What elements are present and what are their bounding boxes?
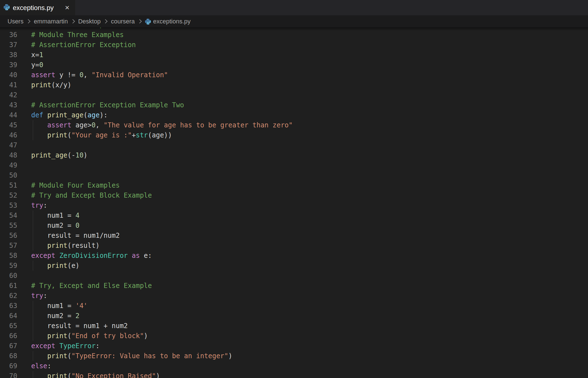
line-number: 48 [0,150,17,160]
code-line[interactable]: 49 [0,160,588,170]
line-number: 44 [0,110,17,120]
line-content: # Module Four Examples [17,180,588,190]
line-number: 63 [0,301,17,311]
code-line[interactable]: 58except ZeroDivisionError as e: [0,251,588,261]
line-number: 47 [0,140,17,150]
line-number: 37 [0,40,17,50]
line-content: result = num1 + num2 [17,321,588,331]
line-number: 40 [0,70,17,80]
line-content: num2 = 0 [17,220,588,231]
code-line[interactable]: 37# AssertionError Exception [0,40,588,50]
line-number: 53 [0,200,17,210]
breadcrumb-item-desktop[interactable]: Desktop [78,18,101,25]
chevron-right-icon [70,19,75,24]
code-line[interactable]: 44def print_age(age): [0,110,588,120]
code-line[interactable]: 40assert y != 0, "Invalid Operation" [0,70,588,80]
line-number: 41 [0,80,17,90]
indent-guide [33,261,33,271]
indent-guide [33,311,33,321]
line-content: print(result) [17,241,588,251]
breadcrumb-item-emmamartin[interactable]: emmamartin [34,18,68,25]
line-content [17,90,588,100]
editor[interactable]: 35# Module Two Examples36# Module Three … [0,27,588,378]
line-content: num1 = 4 [17,210,588,220]
line-content [17,170,588,180]
line-content: # Module Two Examples [17,27,588,30]
line-number: 62 [0,291,17,301]
code-line[interactable]: 41print(x/y) [0,80,588,90]
code-line[interactable]: 50 [0,170,588,180]
line-content: assert y != 0, "Invalid Operation" [17,70,588,80]
line-content: # AssertionError Exception [17,40,588,50]
chevron-right-icon [26,19,31,24]
code-line[interactable]: 36# Module Three Examples [0,30,588,40]
line-content: except ZeroDivisionError as e: [17,251,588,261]
code-line[interactable]: 51# Module Four Examples [0,180,588,190]
code-line[interactable]: 56 result = num1/num2 [0,231,588,241]
code-line[interactable]: 70 print("No Exception Raised") [0,371,588,378]
indent-guide [33,301,33,311]
code-line[interactable]: 69else: [0,361,588,371]
line-content: print("End of try block") [17,331,588,341]
line-content: except TypeError: [17,341,588,351]
code-line[interactable]: 63 num1 = '4' [0,301,588,311]
line-number: 38 [0,50,17,60]
code-line[interactable]: 59 print(e) [0,261,588,271]
indent-guide [33,331,33,341]
code-area[interactable]: 35# Module Two Examples36# Module Three … [0,27,588,378]
code-line[interactable]: 38x=1 [0,50,588,60]
python-icon [4,4,10,11]
code-line[interactable]: 45 assert age>0, "The value for age has … [0,120,588,130]
breadcrumb-item-file[interactable]: exceptions.py [153,18,191,25]
breadcrumb-item-coursera[interactable]: coursera [111,18,135,25]
code-line[interactable]: 48print_age(-10) [0,150,588,160]
code-line[interactable]: 61# Try, Except and Else Example [0,281,588,291]
indent-guide [33,351,33,361]
code-line[interactable]: 53try: [0,200,588,210]
line-content: try: [17,291,588,301]
breadcrumb-item-users[interactable]: Users [8,18,23,25]
code-line[interactable]: 67except TypeError: [0,341,588,351]
line-number: 61 [0,281,17,291]
code-line[interactable]: 52# Try and Except Block Example [0,190,588,200]
line-number: 68 [0,351,17,361]
code-line[interactable]: 64 num2 = 2 [0,311,588,321]
line-content [17,160,588,170]
indent-guide [33,371,33,378]
code-line[interactable]: 46 print("Your age is :"+str(age)) [0,130,588,140]
line-content: num2 = 2 [17,311,588,321]
code-line[interactable]: 68 print("TypeError: Value has to be an … [0,351,588,361]
line-number: 45 [0,120,17,130]
code-line[interactable]: 54 num1 = 4 [0,210,588,220]
line-number: 69 [0,361,17,371]
code-line[interactable]: 66 print("End of try block") [0,331,588,341]
code-line[interactable]: 57 print(result) [0,241,588,251]
line-number: 51 [0,180,17,190]
code-line[interactable]: 42 [0,90,588,100]
code-line[interactable]: 39y=0 [0,60,588,70]
tab-bar: exceptions.py ✕ [0,0,588,15]
code-line[interactable]: 65 result = num1 + num2 [0,321,588,331]
line-number: 52 [0,190,17,200]
code-line[interactable]: 43# AssertionError Exception Example Two [0,100,588,110]
line-content: num1 = '4' [17,301,588,311]
chevron-right-icon [138,19,142,24]
line-content: print("TypeError: Value has to be an int… [17,351,588,361]
code-line[interactable]: 47 [0,140,588,150]
code-line[interactable]: 60 [0,271,588,281]
line-number: 67 [0,341,17,351]
code-line[interactable]: 62try: [0,291,588,301]
indent-guide [33,220,33,231]
code-line[interactable]: 55 num2 = 0 [0,220,588,231]
line-number: 70 [0,371,17,378]
line-content: x=1 [17,50,588,60]
line-number: 58 [0,251,17,261]
indent-guide [33,241,33,251]
line-content: print("No Exception Raised") [17,371,588,378]
indent-guide [33,120,33,130]
line-content: print("Your age is :"+str(age)) [17,130,588,140]
code-line[interactable]: 35# Module Two Examples [0,27,588,30]
close-icon[interactable]: ✕ [64,4,70,11]
line-number: 66 [0,331,17,341]
tab-exceptions-py[interactable]: exceptions.py ✕ [0,0,75,15]
